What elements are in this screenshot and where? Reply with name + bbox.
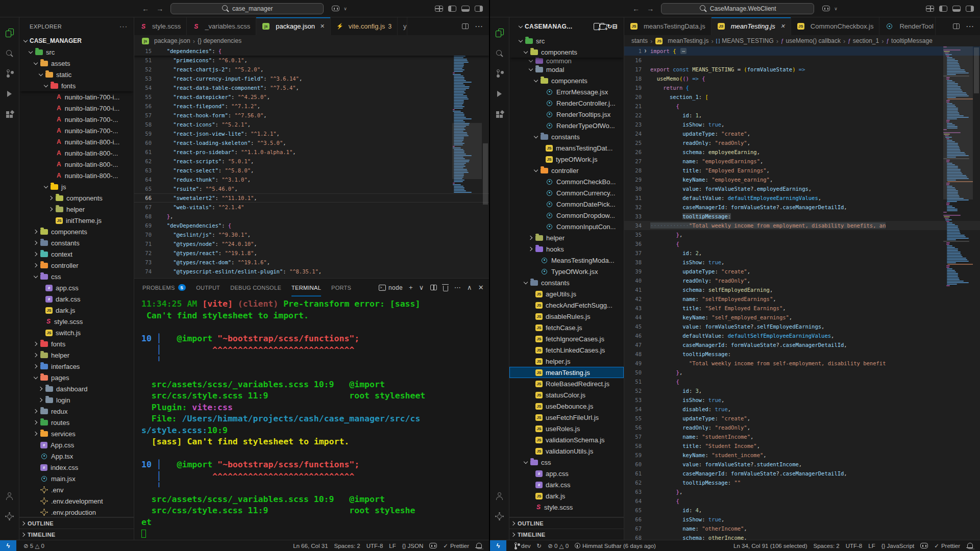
editor-package-json[interactable]: 15 "dependencies": { 51 "primeicons": "^… [134, 46, 489, 278]
code-line-49[interactable]: 49 "Total weekly income from self-employ… [624, 359, 980, 368]
back-icon[interactable]: ← [142, 5, 149, 13]
code-line-48[interactable]: 48 tooltipMessage: [624, 349, 980, 359]
fold-chevron-icon[interactable]: ❯ [644, 46, 649, 56]
cursor-position[interactable]: Ln 66, Col 31 [290, 540, 331, 551]
code-line-41[interactable]: 41 schema: selfEmployedEarning, [624, 285, 980, 294]
sidebar-section-timeline[interactable]: TIMELINE [509, 529, 624, 540]
code-line-60[interactable]: 60 value: formValueState?.studentIncome, [624, 460, 980, 469]
commit-info[interactable]: Himmat Suthar (6 days ago) [572, 540, 659, 551]
tree-item-usedebounce.js[interactable]: JSuseDebounce.js [509, 400, 624, 412]
tree-item-fonts[interactable]: fonts [19, 338, 134, 349]
tree-item-usefetchfileurl.js[interactable]: JSuseFetchFileUrl.js [509, 412, 624, 423]
tree-item-.env[interactable]: .env [19, 484, 134, 495]
code-line-61[interactable]: 61 "react-pro-sidebar": "^1.1.0-alpha.1"… [134, 147, 489, 157]
formatter[interactable]: ✓Prettier [931, 540, 963, 551]
tree-item-rendertooltips.jsx[interactable]: RenderTooltips.jsx [509, 109, 624, 120]
tree-item-dark.js[interactable]: JSdark.js [509, 490, 624, 502]
split-terminal-icon[interactable] [430, 285, 437, 290]
sidebar-section-timeline[interactable]: TIMELINE [19, 529, 134, 540]
code-line-36[interactable]: 36 { [624, 239, 980, 248]
code-line-45[interactable]: 45 value: formValueState?.selfEmployedEa… [624, 322, 980, 331]
code-line-54[interactable]: 54 "react-data-table-component": "^7.5.4… [134, 83, 489, 92]
tree-item-app.tsx[interactable]: App.tsx [19, 450, 134, 462]
new-folder-icon[interactable] [600, 24, 607, 30]
code-line-39[interactable]: 39 updateType: "create", [624, 267, 980, 276]
panel-tab-problems[interactable]: PROBLEMS5 [142, 279, 186, 296]
tree-item-app.css[interactable]: #app.css [19, 282, 134, 293]
toggle-sidebar-icon[interactable] [448, 6, 456, 12]
code-line-66[interactable]: 66 "sweetalert2": "^11.10.1", [134, 193, 489, 203]
tab-meantesting.js[interactable]: JSmeanTesting.js✕ [712, 17, 791, 35]
code-line-68[interactable]: 68 schema: otherIncome, [624, 533, 980, 540]
code-line-59[interactable]: 59 keyName: "student_income", [624, 450, 980, 460]
tree-item-nunito-latin-700-...[interactable]: Anunito-latin-700-... [19, 114, 134, 125]
tree-item-main.jsx[interactable]: main.jsx [19, 473, 134, 484]
editor-scrollbar[interactable] [973, 46, 980, 540]
toggle-secondary-sidebar-icon[interactable] [966, 6, 974, 12]
terminal[interactable]: 11:34:25 AM [vite] (client) Pre-transfor… [134, 296, 489, 540]
editor-scrollbar[interactable] [482, 46, 489, 278]
close-icon[interactable]: ✕ [780, 23, 785, 30]
customize-layout-icon[interactable] [926, 6, 934, 12]
activity-extensions[interactable] [490, 104, 509, 124]
encoding[interactable]: UTF-8 [843, 540, 866, 551]
history-nav[interactable]: ←→ [632, 5, 654, 13]
tree-item-dark.css[interactable]: #dark.css [509, 479, 624, 490]
tree-item-commondropdow...[interactable]: CommonDropdow... [509, 210, 624, 221]
activity-extensions[interactable] [0, 104, 19, 124]
code-line-65[interactable]: 65 id: 4, [624, 506, 980, 515]
tree-item-components[interactable]: components [509, 75, 624, 86]
tree-item-hooks[interactable]: hooks [509, 243, 624, 255]
panel-tab-ports[interactable]: PORTS [331, 279, 351, 296]
code-line-16[interactable]: 16 [624, 56, 980, 65]
breadcrumb[interactable]: jspackage.json›{} dependencies [134, 35, 489, 46]
tree-item-dark.css[interactable]: #dark.css [19, 293, 134, 305]
code-line-53[interactable]: 53 "react-currency-input-field": "^3.6.1… [134, 74, 489, 83]
tree-item-app.css[interactable]: #app.css [509, 468, 624, 479]
code-line-30[interactable]: 30 value: formValueState?.employedEarnin… [624, 184, 980, 193]
code-line-67[interactable]: 67 name: "otherIncome", [624, 524, 980, 533]
tree-item-inittheme.js[interactable]: JSinitTheme.js [19, 215, 134, 226]
language-mode[interactable]: {} JavaScript [878, 540, 918, 551]
code-line-32[interactable]: 32 caseManagerId: formValueState?.caseMa… [624, 203, 980, 212]
kill-terminal-icon[interactable] [443, 286, 448, 291]
code-line-57[interactable]: 57 "react-hook-form": "^7.56.0", [134, 111, 489, 120]
tab-package.json[interactable]: jspackage.json✕ [256, 17, 331, 35]
activity-run-debug[interactable] [0, 84, 19, 104]
back-icon[interactable]: ← [632, 5, 640, 13]
code-line-72[interactable]: 72 "@types/react": "^19.1.8", [134, 248, 489, 258]
tree-item-constants[interactable]: constants [509, 131, 624, 142]
tree-item-typeofwork.js[interactable]: JStypeOfWork.js [509, 154, 624, 165]
close-icon[interactable]: ✕ [320, 23, 325, 30]
tree-item-nunito-latin-700-i...[interactable]: Anunito-latin-700-i... [19, 103, 134, 114]
tree-item-meantesting.js[interactable]: JSmeanTesting.js [509, 367, 624, 378]
tree-item-nunito-latin-800-...[interactable]: Anunito-latin-800-... [19, 147, 134, 159]
tree-item-dashboard[interactable]: dashboard [19, 383, 134, 394]
git-branch[interactable]: dev [510, 540, 534, 551]
tree-item-statuscolor.js[interactable]: JSstatusColor.js [509, 389, 624, 400]
command-center-search[interactable]: CaseManage.WebClient [661, 3, 814, 14]
tree-item-fonts[interactable]: fonts [19, 80, 134, 91]
activity-settings[interactable] [0, 506, 19, 527]
tree-item-fetchlinkedcases.js[interactable]: JSfetchLinkedCases.js [509, 344, 624, 356]
language-mode[interactable]: {} JSON [399, 540, 427, 551]
tree-item-case_manager[interactable]: CASE_MANAGER [19, 35, 134, 46]
breadcrumb-item[interactable]: {} dependencies [198, 37, 241, 44]
code-line-15[interactable]: 15 "dependencies": { [134, 46, 489, 56]
tree-item-static[interactable]: static [19, 69, 134, 80]
sidebar-section-outline[interactable]: OUTLINE [509, 517, 624, 529]
code-line-54[interactable]: 54 disabled: true, [624, 405, 980, 414]
workspace-root[interactable]: CASEMANAG... [525, 23, 572, 30]
code-line-18[interactable]: 18 useMemo(() => { [624, 74, 980, 83]
tree-item-errormessage.jsx[interactable]: ErrorMessage.jsx [509, 86, 624, 97]
tree-item-rendercontroller.j...[interactable]: RenderController.j... [509, 97, 624, 109]
tree-item-commoncurrency...[interactable]: CommonCurrency... [509, 187, 624, 198]
tree-item-controller[interactable]: controller [509, 165, 624, 176]
code-line-23[interactable]: 23 isShow: true, [624, 120, 980, 129]
code-line-37[interactable]: 37 id: 2, [624, 248, 980, 258]
customize-layout-icon[interactable] [435, 6, 443, 12]
editor-meantesting-js[interactable]: 1❯import { ⋯1617export const MEANS_TESTI… [624, 46, 980, 540]
code-line-1[interactable]: 1❯import { ⋯ [624, 46, 980, 56]
tree-item-helper[interactable]: helper [19, 349, 134, 361]
forward-icon[interactable]: → [647, 5, 654, 13]
